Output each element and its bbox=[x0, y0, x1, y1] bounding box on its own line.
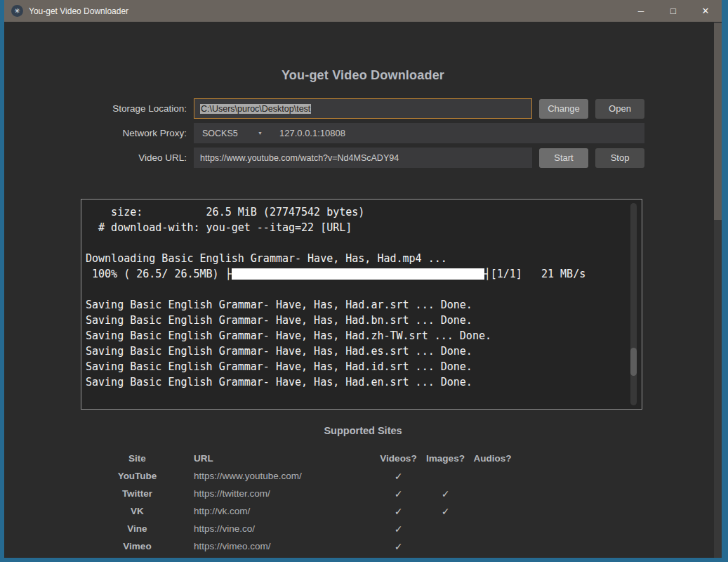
console-line: # download-with: you-get --itag=22 [URL] bbox=[86, 220, 642, 235]
url-row: Video URL: https://www.youtube.com/watch… bbox=[4, 148, 722, 168]
site-url: http://vk.com/ bbox=[194, 506, 375, 516]
console-line: Saving Basic English Grammar- Have, Has,… bbox=[86, 359, 642, 374]
storage-label: Storage Location: bbox=[4, 103, 187, 114]
videos-check-icon: ✓ bbox=[375, 541, 422, 552]
images-check-icon: ✓ bbox=[422, 488, 469, 499]
console-line bbox=[86, 235, 642, 251]
proxy-type-value: SOCKS5 bbox=[202, 129, 238, 138]
table-row: Vimeohttps://vimeo.com/✓ bbox=[81, 537, 519, 555]
page-title: You-get Video Downloader bbox=[4, 68, 722, 83]
site-url: https://vimeo.com/ bbox=[194, 541, 375, 551]
sites-table-body: YouTubehttps://www.youtube.com/✓Twitterh… bbox=[81, 467, 519, 555]
chevron-down-icon: ▼ bbox=[258, 131, 263, 136]
storage-row: Storage Location: C:\Users\puroc\Desktop… bbox=[4, 98, 722, 119]
videos-check-icon: ✓ bbox=[375, 506, 422, 517]
console-line: Saving Basic English Grammar- Have, Has,… bbox=[86, 313, 642, 328]
header-images: Images? bbox=[422, 453, 469, 464]
console-line: Downloading Basic English Grammar- Have,… bbox=[86, 251, 642, 266]
titlebar: ✳ You-get Video Downloader ─ □ ✕ bbox=[4, 0, 722, 22]
console-line: Saving Basic English Grammar- Have, Has,… bbox=[86, 328, 642, 344]
sites-table: Site URL Videos? Images? Audios? YouTube… bbox=[81, 450, 519, 555]
minimize-icon[interactable]: ─ bbox=[625, 0, 657, 22]
table-row: Vinehttps://vine.co/✓ bbox=[81, 520, 519, 537]
header-audios: Audios? bbox=[469, 453, 516, 464]
header-site: Site bbox=[81, 453, 194, 464]
table-row: VKhttp://vk.com/✓✓ bbox=[81, 502, 519, 520]
console-line: Saving Basic English Grammar- Have, Has,… bbox=[86, 374, 642, 390]
videos-check-icon: ✓ bbox=[375, 471, 422, 482]
console-panel: size: 26.5 MiB (27747542 bytes) # downlo… bbox=[81, 199, 642, 410]
site-name: Vimeo bbox=[81, 541, 194, 551]
app-icon: ✳ bbox=[11, 5, 23, 17]
site-url: https://vine.co/ bbox=[194, 523, 375, 534]
site-name: Twitter bbox=[81, 488, 194, 499]
console-line: Saving Basic English Grammar- Have, Has,… bbox=[86, 297, 642, 313]
change-button[interactable]: Change bbox=[539, 99, 588, 119]
video-url-label: Video URL: bbox=[4, 152, 187, 163]
header-videos: Videos? bbox=[375, 453, 422, 464]
stop-button[interactable]: Stop bbox=[595, 148, 644, 168]
site-name: VK bbox=[81, 506, 194, 516]
console-line: 100% ( 26.5/ 26.5MB) ├┤[1/1] 21 MB/s bbox=[86, 266, 642, 282]
site-url: https://www.youtube.com/ bbox=[194, 471, 375, 481]
proxy-bar: SOCKS5 ▼ 127.0.0.1:10808 bbox=[194, 123, 644, 143]
videos-check-icon: ✓ bbox=[375, 488, 422, 499]
download-progress-bar bbox=[232, 268, 484, 280]
window-title: You-get Video Downloader bbox=[29, 6, 128, 16]
proxy-type-select[interactable]: SOCKS5 ▼ bbox=[194, 123, 271, 143]
window-controls: ─ □ ✕ bbox=[625, 0, 722, 22]
table-row: Twitterhttps://twitter.com/✓✓ bbox=[81, 485, 519, 502]
table-row: YouTubehttps://www.youtube.com/✓ bbox=[81, 467, 519, 485]
supported-sites-title: Supported Sites bbox=[4, 425, 722, 436]
window-scrollbar-thumb[interactable] bbox=[714, 23, 722, 220]
console-output: size: 26.5 MiB (27747542 bytes) # downlo… bbox=[86, 204, 642, 390]
console-line: Saving Basic English Grammar- Have, Has,… bbox=[86, 344, 642, 359]
sites-table-header: Site URL Videos? Images? Audios? bbox=[81, 450, 519, 467]
app-window: ✳ You-get Video Downloader ─ □ ✕ You-get… bbox=[0, 0, 728, 562]
videos-check-icon: ✓ bbox=[375, 523, 422, 535]
site-name: YouTube bbox=[81, 471, 194, 481]
close-icon[interactable]: ✕ bbox=[689, 0, 722, 22]
proxy-row: Network Proxy: SOCKS5 ▼ 127.0.0.1:10808 bbox=[4, 123, 722, 143]
proxy-label: Network Proxy: bbox=[4, 128, 187, 138]
console-scrollbar[interactable] bbox=[630, 203, 637, 405]
site-url: https://twitter.com/ bbox=[194, 488, 375, 499]
maximize-icon[interactable]: □ bbox=[657, 0, 689, 22]
start-button[interactable]: Start bbox=[539, 148, 588, 168]
images-check-icon: ✓ bbox=[422, 506, 469, 517]
site-name: Vine bbox=[81, 523, 194, 534]
video-url-input[interactable]: https://www.youtube.com/watch?v=Nd4MScAD… bbox=[194, 148, 532, 168]
open-button[interactable]: Open bbox=[595, 99, 644, 119]
window-scrollbar[interactable] bbox=[714, 22, 722, 558]
console-line bbox=[86, 282, 642, 297]
form: Storage Location: C:\Users\puroc\Desktop… bbox=[4, 98, 722, 168]
header-url: URL bbox=[194, 453, 375, 464]
console-line: size: 26.5 MiB (27747542 bytes) bbox=[86, 204, 642, 220]
storage-input-selected-text: C:\Users\puroc\Desktop\test bbox=[200, 104, 311, 114]
console-scrollbar-thumb[interactable] bbox=[630, 348, 637, 376]
storage-input[interactable]: C:\Users\puroc\Desktop\test bbox=[194, 98, 532, 119]
proxy-address-input[interactable]: 127.0.0.1:10808 bbox=[271, 128, 345, 138]
